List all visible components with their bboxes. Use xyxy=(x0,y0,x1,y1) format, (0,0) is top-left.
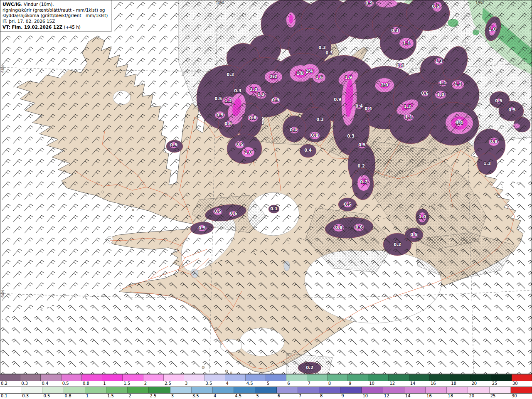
legend-segment xyxy=(368,374,389,381)
init-time: IT: þri. 17. 02. 2026 15Z xyxy=(2,19,108,25)
legend-segment xyxy=(383,387,404,393)
legend-segment xyxy=(234,387,255,393)
legend-segment xyxy=(106,387,128,393)
precip-value-label: 2.0 xyxy=(250,87,257,92)
legend-tick-label: 16 xyxy=(430,381,450,387)
precip-value-label: 0.6 xyxy=(355,225,363,229)
legend-tick-label: 0.8 xyxy=(82,381,102,387)
valid-offset: (+45 h) xyxy=(64,25,81,30)
precip-value-label: 1.6 xyxy=(315,75,323,80)
precip-value-label: 1.2 xyxy=(257,92,265,97)
legend-tick-label: 0.2 xyxy=(0,381,20,387)
precip-value-label: 0.3 xyxy=(347,134,355,138)
precip-value-label: 0.5 xyxy=(410,232,418,237)
lat-label-66n: 66N xyxy=(1,65,5,73)
legend-tick-label: 2 xyxy=(128,394,149,399)
legend-tick-label: 0.3 xyxy=(20,381,41,387)
precip-value-label: 1.0 xyxy=(488,27,496,32)
precip-value-label: 0.3 xyxy=(325,51,333,55)
precip-value-label: 0.5 xyxy=(198,226,206,230)
legend-segment xyxy=(143,374,164,381)
legend-tick-label: 3.5 xyxy=(204,381,225,387)
legend-segment xyxy=(298,387,319,393)
precip-value-label: 0.5 xyxy=(358,143,366,147)
precip-value-label: 0.5 xyxy=(214,96,222,101)
precip-value-label: 0.3 xyxy=(391,28,399,33)
legend-tick-label: 5 xyxy=(266,381,286,387)
precip-value-label: 1.0 xyxy=(244,150,252,155)
legend-tick-label: 20 xyxy=(470,381,491,387)
legend-tick-label: 1 xyxy=(102,381,123,387)
precip-value-label: 0.1 xyxy=(270,207,278,211)
precip-value-label: 0.8 xyxy=(311,133,318,138)
precip-value-label: 0.7 xyxy=(360,180,367,184)
legend-tick-label: 9 xyxy=(340,394,362,399)
precip-value-label: 0.8 xyxy=(335,225,342,230)
legend-segment xyxy=(307,374,328,381)
legend-segment xyxy=(319,387,340,393)
legend-segment xyxy=(85,387,106,393)
legend-tick-label: 18 xyxy=(450,381,470,387)
legend-segment xyxy=(170,387,192,393)
precip-value-label: 2.4 xyxy=(305,69,313,74)
legend-segment xyxy=(213,387,234,393)
legend-tick-label: 4 xyxy=(225,381,246,387)
legend-tick-label: 3 xyxy=(170,394,192,399)
legend-tick-label: 25 xyxy=(490,394,511,399)
precip-value-label: 0.9 xyxy=(216,113,224,117)
legend-tick-label: 4.5 xyxy=(246,381,266,387)
precip-value-label: 0.5 xyxy=(508,108,516,112)
legend-segment xyxy=(255,387,276,393)
legend-segment xyxy=(184,374,204,381)
product-code: UWC/IG xyxy=(2,2,21,7)
legend-segment xyxy=(21,387,42,393)
legend-segment xyxy=(128,387,149,393)
valid-time-line: VT: Fim. 19.02.2026 12Z (+45 h) xyxy=(2,25,108,30)
legend-tick-label: 7 xyxy=(307,381,328,387)
legend-tick-label: 3.5 xyxy=(192,394,213,399)
lon-label-20w: 20W xyxy=(215,1,224,5)
lon-label-15w: 15W xyxy=(475,1,484,5)
legend-tick-label: 10 xyxy=(362,394,383,399)
legend-segment xyxy=(447,387,468,393)
legend-tick-label: 4 xyxy=(213,394,234,399)
legend-tick-label: 9 xyxy=(348,381,368,387)
precip-value-label: 1.2 xyxy=(404,104,411,109)
legend-tick-label: 1.5 xyxy=(106,394,128,399)
precip-value-label: 0.5 xyxy=(236,142,244,147)
legend-segment xyxy=(468,387,489,393)
legend-tick-label: 14 xyxy=(409,381,430,387)
precip-value-label: 0.3 xyxy=(227,72,234,77)
legend-segment xyxy=(348,374,368,381)
precip-value-label: 1.1 xyxy=(405,115,412,119)
legend-tick-label: 8 xyxy=(319,394,340,399)
precip-value-label: 0.4 xyxy=(397,63,404,68)
legend-segment xyxy=(41,374,61,381)
legend-tick-label: 5 xyxy=(255,394,276,399)
legend-segment xyxy=(20,374,41,381)
legend-segment xyxy=(277,387,298,393)
precip-value-label: 0.3 xyxy=(316,117,324,122)
map-canvas: 0.30.30.51.20.90.62.01.22.20.91.82.41.60… xyxy=(0,0,532,374)
legend-tick-label: 14 xyxy=(404,394,426,399)
legend-segment xyxy=(286,374,307,381)
precip-value-label: 0.9 xyxy=(272,98,279,102)
legend-tick-label: 10 xyxy=(368,381,389,387)
legend-tick-label: 2.5 xyxy=(149,394,170,399)
precip-value-label: 1.2 xyxy=(224,99,232,103)
precip-value-label: 0.4 xyxy=(365,106,372,111)
legend-segment xyxy=(450,374,470,381)
precip-value-label: 0.2 xyxy=(306,365,313,370)
precip-value-label: 1.1 xyxy=(403,41,410,45)
legend-tick-label: 20 xyxy=(468,394,489,399)
precip-value-label: 1.0 xyxy=(437,92,444,97)
legend-tick-label: 12 xyxy=(383,394,404,399)
legend-segment xyxy=(266,374,286,381)
sleet-snow-scale-ticks: 0.20.30.40.50.811.522.533.544.5567891012… xyxy=(0,381,532,387)
rain-scale-bar xyxy=(0,387,532,394)
legend-segment xyxy=(409,374,430,381)
sleet-snow-scale-bar xyxy=(0,374,532,381)
legend-tick-label: 4.5 xyxy=(234,394,255,399)
legend-segment xyxy=(512,374,532,381)
legend: 0.20.30.40.50.811.522.533.544.5567891012… xyxy=(0,374,532,399)
